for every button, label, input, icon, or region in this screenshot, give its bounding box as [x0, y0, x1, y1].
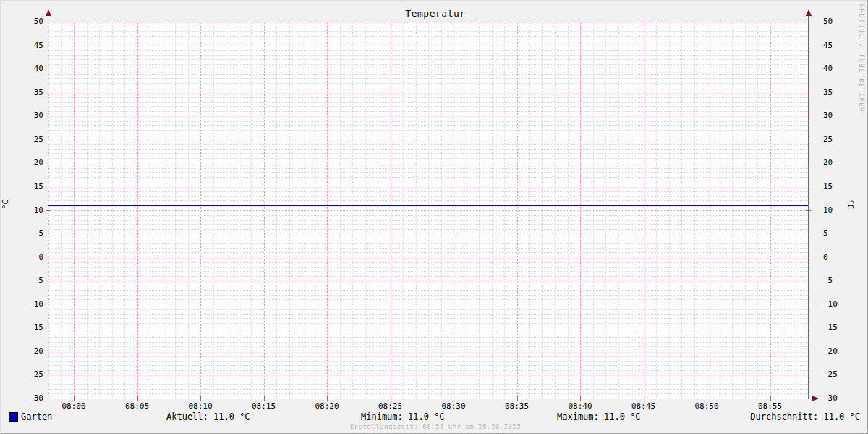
gridline-h-major	[48, 140, 808, 140]
y-axis-tick	[806, 328, 811, 328]
creation-time-footer: Erstellungszeit: 08:58 Uhr am 26.10.2025	[1, 423, 868, 430]
x-tick-label: 08:45	[618, 401, 670, 411]
gridline-h-major	[48, 116, 808, 116]
gridline-h-minor	[48, 36, 808, 37]
y-axis-tick	[46, 187, 51, 187]
gridline-v-minor	[340, 22, 341, 399]
gridline-h-minor	[48, 182, 808, 182]
gridline-h-minor	[48, 267, 808, 268]
gridline-h-minor	[48, 252, 808, 253]
y-axis-tick	[46, 375, 51, 375]
gridline-h-minor	[48, 220, 808, 221]
y-tick-label-left: 40	[3, 64, 43, 73]
gridline-v-minor	[378, 22, 378, 399]
gridline-v-minor	[467, 22, 467, 399]
gridline-h-minor	[48, 153, 808, 154]
stat-maximum: Maximum: 11.0 °C	[557, 412, 641, 422]
y-tick-label-left: 15	[3, 182, 43, 191]
gridline-v-minor	[251, 22, 252, 399]
gridline-v-minor	[112, 22, 113, 399]
y-tick-label-right: 35	[823, 88, 864, 97]
gridline-v-major	[517, 22, 518, 399]
gridline-v-minor	[289, 22, 290, 399]
gridline-h-minor	[48, 191, 808, 192]
x-tick-label: 08:35	[491, 401, 543, 411]
y-axis-tick	[806, 258, 811, 258]
gridline-h-major	[48, 352, 808, 352]
gridline-v-minor	[656, 22, 657, 399]
gridline-v-minor	[315, 22, 315, 399]
gridline-h-minor	[48, 299, 808, 300]
series-line-garten	[48, 205, 808, 206]
gridline-h-minor	[48, 333, 808, 333]
gridline-v-minor	[403, 22, 404, 399]
legend-swatch-garten	[9, 412, 18, 422]
y-tick-label-right: 5	[823, 229, 864, 238]
gridline-h-major	[48, 69, 808, 69]
gridline-h-minor	[48, 172, 808, 173]
gridline-h-minor	[48, 125, 808, 126]
stat-aktuell: Aktuell: 11.0 °C	[166, 412, 250, 422]
gridline-h-minor	[48, 64, 808, 65]
gridline-v-minor	[555, 22, 556, 399]
x-axis-tick	[454, 396, 454, 401]
stat-durchschnitt: Durchschnitt: 11.0 °C	[750, 412, 860, 422]
gridline-h-major	[48, 210, 808, 211]
gridline-v-minor	[492, 22, 493, 399]
y-axis-arrow-left-icon	[46, 9, 51, 16]
y-axis-tick	[46, 140, 51, 140]
y-tick-label-right: -30	[823, 393, 864, 403]
y-axis-tick	[806, 352, 811, 352]
gridline-h-minor	[48, 177, 808, 178]
gridline-v-minor	[416, 22, 417, 399]
gridline-v-minor	[783, 22, 783, 399]
y-tick-label-right: 50	[823, 17, 864, 26]
gridline-v-minor	[796, 22, 796, 399]
gridline-h-minor	[48, 342, 808, 343]
gridline-h-minor	[48, 135, 808, 135]
gridline-h-minor	[48, 78, 808, 79]
y-axis-tick	[46, 69, 51, 69]
gridline-h-major	[48, 22, 808, 22]
gridline-v-major	[391, 22, 391, 399]
gridline-v-minor	[99, 22, 100, 399]
y-tick-label-left: 5	[3, 229, 43, 238]
rrdtool-temperature-graph: Temperatur RRDTOOL / TOBI OETIKER °C °C …	[0, 0, 868, 434]
x-axis-tick	[137, 396, 138, 401]
gridline-h-minor	[48, 243, 808, 244]
y-tick-label-right: -25	[823, 370, 864, 379]
y-tick-label-left: -25	[3, 370, 43, 379]
gridline-h-minor	[48, 365, 808, 366]
y-axis-left	[48, 15, 48, 399]
gridline-h-minor	[48, 384, 808, 385]
y-tick-label-left: 45	[3, 41, 43, 50]
x-tick-label: 08:25	[365, 401, 417, 411]
y-tick-label-right: 25	[823, 135, 864, 144]
gridline-h-minor	[48, 290, 808, 291]
y-axis-tick	[46, 210, 51, 211]
gridline-h-minor	[48, 106, 808, 107]
x-axis-tick	[200, 396, 201, 401]
gridline-h-minor	[48, 323, 808, 324]
y-axis-tick	[806, 234, 811, 234]
gridline-h-minor	[48, 318, 808, 319]
gridline-v-minor	[529, 22, 530, 399]
y-axis-tick	[806, 375, 811, 375]
gridline-v-minor	[618, 22, 619, 399]
gridline-v-minor	[428, 22, 429, 399]
y-tick-label-left: 25	[3, 135, 43, 144]
gridline-h-minor	[48, 229, 808, 230]
x-axis-tick	[580, 396, 581, 401]
gridline-h-minor	[48, 74, 808, 75]
y-axis-tick	[806, 93, 811, 93]
x-axis-arrow-icon	[812, 396, 819, 401]
gridline-h-minor	[48, 370, 808, 371]
x-tick-label: 08:50	[681, 401, 733, 411]
gridline-v-minor	[239, 22, 239, 399]
gridline-v-major	[580, 22, 581, 399]
gridline-v-major	[264, 22, 265, 399]
y-axis-right	[808, 15, 809, 399]
x-tick-label: 08:15	[238, 401, 290, 411]
stat-minimum: Minimum: 11.0 °C	[361, 412, 445, 422]
x-tick-label: 08:55	[744, 401, 796, 411]
